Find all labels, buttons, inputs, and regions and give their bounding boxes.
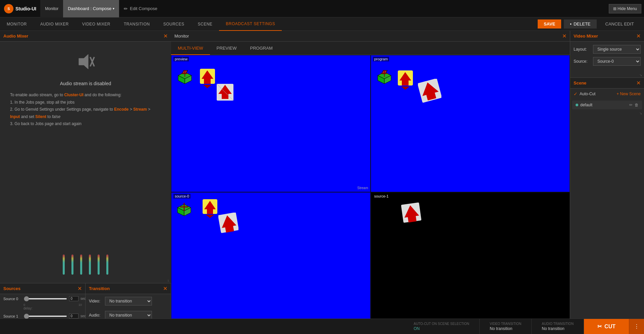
scene-auto-cut-row: ✓ Auto-Cut + New Scene <box>570 89 644 99</box>
nav-transition[interactable]: TRANSITION <box>117 17 157 31</box>
auto-cut-status-value: ON <box>414 326 469 331</box>
scene-title: Scene <box>574 80 586 86</box>
transition-close[interactable]: ✕ <box>163 286 167 291</box>
vmixer-resize[interactable]: ↘ <box>570 72 644 77</box>
source-0-input[interactable] <box>69 296 78 301</box>
main-layout: Audio Mixer ✕ Audio stream is disabled T… <box>0 31 644 334</box>
source-0-label: Source 0 <box>3 297 22 301</box>
nav-audio-mixer[interactable]: AUDIO MIXER <box>34 17 75 31</box>
tab-preview[interactable]: PREVIEW <box>210 42 244 55</box>
chevron-down-icon: ▾ <box>113 7 114 10</box>
logo: S Studio-UI <box>0 4 40 13</box>
auto-cut-label: Auto-Cut <box>580 92 595 96</box>
audio-slider-4 <box>89 255 91 275</box>
monitor-cell-program: program <box>371 55 570 192</box>
scene-close[interactable]: ✕ <box>636 80 641 86</box>
scene-edit-button[interactable]: ✏ <box>629 103 633 107</box>
vmixer-layout-row: Layout: Single source Multi source <box>574 45 641 54</box>
source-0-slider[interactable] <box>24 298 67 299</box>
vmixer-layout-label: Layout: <box>574 47 590 52</box>
video-mixer-header: Video Mixer ✕ <box>570 31 644 42</box>
monitor-cell-preview: preview <box>171 55 371 192</box>
sources-header: Sources ✕ <box>0 283 85 294</box>
edit-compose-btn[interactable]: ✏ Edit Compose <box>119 0 162 17</box>
dashboard-nav[interactable]: Dashboard : Compose ▾ <box>63 0 119 17</box>
audio-mixer-resize[interactable]: ↕ <box>0 278 171 283</box>
left-column: Audio Mixer ✕ Audio stream is disabled T… <box>0 31 171 334</box>
sources-close[interactable]: ✕ <box>77 286 82 291</box>
video-transition-status-value: No transition <box>490 326 521 331</box>
nav-broadcast[interactable]: BROADCAST SETTINGS <box>219 17 282 31</box>
source-1-input[interactable] <box>69 314 78 319</box>
scene-active-dot <box>576 104 578 106</box>
nav-scene[interactable]: SCENE <box>191 17 219 31</box>
scene-delete-button[interactable]: 🗑 <box>635 103 639 107</box>
cancel-button[interactable]: CANCEL EDIT <box>599 19 640 29</box>
cut-button[interactable]: ✂ CUT <box>584 319 629 334</box>
preview-stream: Stream <box>357 186 368 190</box>
audio-transition-status-value: No transition <box>542 326 574 331</box>
audio-slider-1 <box>63 255 65 275</box>
video-mixer-title: Video Mixer <box>574 34 598 39</box>
video-mixer-content: Layout: Single source Multi source Sourc… <box>570 42 644 72</box>
transition-video-select[interactable]: No transition Cut Fade <box>105 297 152 305</box>
transition-video-row: Video: No transition Cut Fade <box>86 294 171 308</box>
tab-multi-view[interactable]: MULTI-VIEW <box>171 42 210 55</box>
scene-resize[interactable]: ↘ <box>570 111 644 116</box>
program-label: program <box>373 57 389 61</box>
monitor-title: Monitor <box>174 34 189 39</box>
save-button[interactable]: SAVE <box>538 19 561 29</box>
vmixer-source-label: Source: <box>574 59 590 64</box>
preview-label: preview <box>173 57 189 61</box>
audio-mixer-header: Audio Mixer ✕ <box>0 31 171 42</box>
delete-button[interactable]: ▪ DELETE <box>564 19 596 29</box>
status-auto-cut: Auto-Cut on Scene Selection ON <box>404 319 480 334</box>
video-mixer-panel: Video Mixer ✕ Layout: Single source Mult… <box>570 31 644 77</box>
monitor-panel: Monitor ✕ MULTI-VIEW PREVIEW PROGRAM pre… <box>171 31 570 334</box>
monitor-cell-source0: source-0 <box>171 192 371 329</box>
audio-disabled-text: To enable audio stream, go to Cluster-UI… <box>10 92 161 128</box>
auto-cut-status-label: Auto-Cut on Scene Selection <box>414 322 469 326</box>
hide-menu-label: Hide Menu <box>618 6 637 11</box>
new-scene-button[interactable]: + New Scene <box>616 92 641 96</box>
nav-sources[interactable]: SOURCES <box>157 17 191 31</box>
svg-rect-15 <box>222 93 228 99</box>
scene-header: Scene ✕ <box>570 78 644 89</box>
scene-panel: Scene ✕ ✓ Auto-Cut + New Scene default ✏… <box>570 77 644 334</box>
nav-monitor[interactable]: MONITOR <box>0 17 34 31</box>
cut-more-button[interactable]: ⋮ <box>629 319 644 334</box>
program-content <box>371 55 570 192</box>
tab-program[interactable]: PROGRAM <box>244 42 279 55</box>
edit-label: Edit Compose <box>130 6 157 11</box>
hide-menu-btn[interactable]: ⊞ Hide Menu <box>609 4 641 13</box>
video-mixer-close[interactable]: ✕ <box>636 34 641 39</box>
audio-slider-3 <box>80 255 82 275</box>
vmixer-source-row: Source: Source-0 Source-1 <box>574 57 641 66</box>
cut-icon: ✂ <box>597 323 602 330</box>
source0-label: source-0 <box>173 194 191 199</box>
vmixer-layout-select[interactable]: Single source Multi source <box>593 45 641 54</box>
monitor-grid: preview <box>171 55 570 329</box>
nav-video-mixer[interactable]: VIDEO MIXER <box>75 17 117 31</box>
monitor-nav-btn[interactable]: Monitor <box>40 0 63 17</box>
transition-title: Transition <box>89 286 110 291</box>
monitor-cell-source1: source-1 <box>371 192 570 329</box>
monitor-close[interactable]: ✕ <box>562 34 567 39</box>
source-0-unit: sec <box>80 297 86 300</box>
audio-mixer-title: Audio Mixer <box>3 34 28 39</box>
audio-sliders <box>0 251 171 278</box>
nav-actions: SAVE ▪ DELETE CANCEL EDIT <box>538 19 644 29</box>
pencil-icon: ✏ <box>124 6 128 11</box>
right-column: Video Mixer ✕ Layout: Single source Mult… <box>570 31 644 334</box>
svg-marker-26 <box>401 87 410 90</box>
source1-label: source-1 <box>373 194 390 199</box>
audio-mixer-close[interactable]: ✕ <box>163 34 168 39</box>
audio-slider-2 <box>71 255 73 275</box>
transition-audio-label: Audio: <box>89 313 102 318</box>
source-1-slider[interactable] <box>24 316 67 317</box>
svg-rect-44 <box>408 215 416 222</box>
vmixer-source-select[interactable]: Source-0 Source-1 <box>593 57 641 66</box>
auto-cut-check: ✓ <box>574 91 578 97</box>
audio-slider-5 <box>98 255 100 275</box>
source0-content <box>171 192 370 329</box>
